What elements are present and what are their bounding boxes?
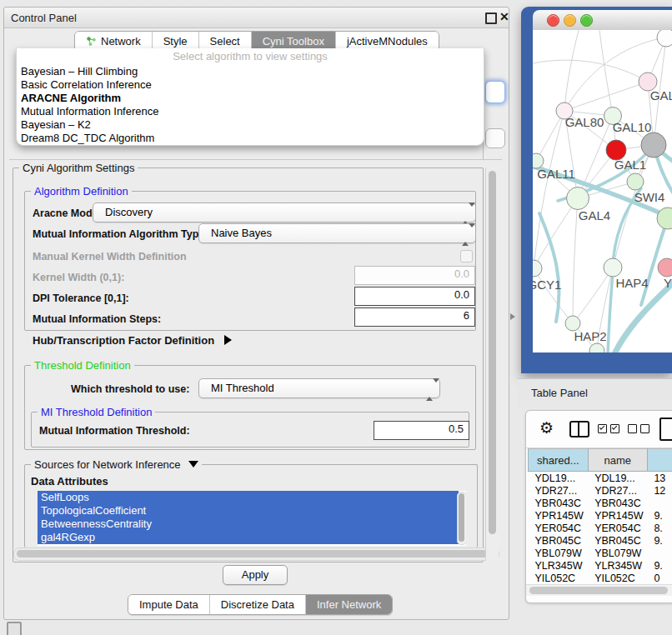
network-node-node-top[interactable]: [657, 30, 672, 47]
network-edge[interactable]: [539, 213, 559, 322]
network-node-HAP4[interactable]: [604, 258, 622, 277]
data-attributes-list[interactable]: SelfLoopsTopologicalCoefficientBetweenne…: [38, 491, 466, 546]
network-window-titlebar[interactable]: [533, 10, 672, 31]
table-cell[interactable]: YER054C: [529, 522, 589, 534]
column-header-name[interactable]: name: [588, 449, 647, 472]
tab-infer-network[interactable]: Infer Network: [306, 595, 392, 614]
table-row[interactable]: YER054CYER054C8.: [529, 522, 672, 534]
mi-steps-field[interactable]: 6: [354, 308, 475, 327]
algorithm-option[interactable]: ARACNE Algorithm: [17, 92, 484, 105]
sources-legend[interactable]: Sources for Network Inference: [31, 458, 202, 471]
data-attribute-item[interactable]: gal4RGexp: [38, 531, 459, 544]
column-header-shared-name[interactable]: shared...: [529, 449, 589, 472]
table-cell[interactable]: YDL19...: [529, 472, 589, 485]
table-cell[interactable]: YIL052C: [529, 572, 589, 584]
algorithm-option[interactable]: Bayesian – K2: [17, 118, 484, 132]
table-cell[interactable]: YLR345W: [529, 559, 589, 572]
network-edge[interactable]: [564, 82, 648, 111]
network-edge[interactable]: [612, 280, 672, 352]
algorithm-option[interactable]: Basic Correlation Inference: [17, 78, 484, 92]
kernel-width-field[interactable]: 0.0: [354, 266, 475, 285]
attribute-list-scrollbar[interactable]: [457, 492, 466, 545]
table-row[interactable]: YBR043CYBR043C: [529, 497, 672, 509]
table-cell[interactable]: YPR145W: [588, 509, 647, 522]
deselect-all-icon[interactable]: [628, 424, 649, 433]
apply-button[interactable]: Apply: [223, 565, 288, 585]
table-cell[interactable]: YDL19...: [588, 472, 647, 485]
scrollbar-thumb[interactable]: [459, 493, 464, 542]
network-canvas[interactable]: GAL7GAL80GAL10GAL11GAL1GAL4SWI4GCY1HAP4Y…: [533, 30, 672, 352]
network-edge[interactable]: [599, 30, 613, 116]
network-node-pink-node[interactable]: [658, 258, 672, 277]
splitpane-arrow-icon[interactable]: [510, 313, 515, 320]
table-cell[interactable]: 12: [647, 484, 672, 497]
network-edge[interactable]: [534, 268, 573, 323]
network-node-GCY1[interactable]: [533, 260, 542, 277]
float-panel-icon[interactable]: [485, 12, 497, 24]
network-node-gray-node[interactable]: [641, 132, 666, 158]
table-cell[interactable]: YDR27...: [588, 484, 647, 497]
algorithm-combo-fragment[interactable]: [485, 81, 505, 103]
minimized-panel-icon[interactable]: [7, 622, 22, 635]
tab-discretize-data[interactable]: Discretize Data: [210, 595, 306, 614]
table-cell[interactable]: YER054C: [588, 522, 647, 534]
table-cell[interactable]: 13: [647, 472, 672, 485]
data-attribute-item[interactable]: TopologicalCoefficient: [38, 504, 459, 518]
mi-type-select[interactable]: Naive Bayes: [198, 223, 476, 243]
algorithm-option[interactable]: Mutual Information Inference: [17, 105, 484, 118]
column-header-partial[interactable]: [647, 449, 672, 472]
which-threshold-select[interactable]: MI Threshold: [198, 378, 440, 398]
dpi-tolerance-field[interactable]: 0.0: [354, 287, 475, 306]
table-cell[interactable]: [647, 547, 672, 559]
table-row[interactable]: YPR145WYPR145W9.: [529, 509, 672, 522]
network-node-GAL4[interactable]: [567, 188, 589, 210]
expand-arrow-icon[interactable]: [224, 335, 232, 345]
table-cell[interactable]: YBR043C: [588, 497, 647, 509]
table-cell[interactable]: YBR045C: [529, 534, 589, 547]
scrollbar-thumb[interactable]: [17, 550, 489, 558]
table-cell[interactable]: YPR145W: [529, 509, 589, 522]
table-cell[interactable]: 0: [647, 572, 672, 584]
network-edge[interactable]: [534, 111, 564, 268]
table-row[interactable]: YDL19...YDL19...13: [529, 472, 672, 485]
table-cell[interactable]: YDR27...: [529, 484, 589, 497]
table-cell[interactable]: YBL079W: [529, 547, 589, 559]
close-traffic-light-icon[interactable]: [547, 14, 559, 27]
scrollbar-thumb[interactable]: [489, 171, 496, 534]
collapse-arrow-icon[interactable]: [188, 461, 198, 468]
scrollbar-thumb[interactable]: [529, 587, 668, 594]
table-cell[interactable]: YBR043C: [529, 497, 589, 509]
algorithm-option[interactable]: Dream8 DC_TDC Algorithm: [17, 132, 484, 145]
table-cell[interactable]: YBR045C: [588, 534, 647, 547]
select-all-icon[interactable]: [598, 424, 619, 433]
algorithm-option[interactable]: Bayesian – Hill Climbing: [17, 65, 484, 78]
table-row[interactable]: YLR345WYLR345W9.: [529, 559, 672, 572]
table-cell[interactable]: YBL079W: [588, 547, 647, 559]
aracne-mode-select[interactable]: Discovery: [93, 202, 476, 222]
table-cell[interactable]: 9.: [647, 559, 672, 572]
table-row[interactable]: YBR045CYBR045C9.: [529, 534, 672, 547]
table-cell[interactable]: YIL052C: [588, 572, 647, 584]
manual-kernel-checkbox[interactable]: [460, 250, 473, 262]
table-cell[interactable]: 8.: [647, 522, 672, 534]
settings-horizontal-scrollbar[interactable]: [13, 548, 499, 561]
table-cell[interactable]: YLR345W: [588, 559, 647, 572]
close-icon[interactable]: ✕: [499, 10, 509, 23]
table-row[interactable]: YDR27...YDR27...12: [529, 484, 672, 497]
network-node-GAL1[interactable]: [627, 173, 644, 190]
data-attribute-item[interactable]: BetweennessCentrality: [38, 518, 459, 531]
mi-threshold-field[interactable]: 0.5: [374, 421, 469, 440]
table-row[interactable]: YBL079WYBL079W: [529, 547, 672, 559]
table-cell[interactable]: 9.: [647, 534, 672, 547]
network-edge[interactable]: [533, 60, 648, 82]
table-cell[interactable]: 9.: [647, 509, 672, 522]
gear-icon[interactable]: ⚙: [539, 419, 554, 438]
table-cell[interactable]: [647, 497, 672, 509]
hub-section-toggle[interactable]: Hub/Transcription Factor Definition: [33, 334, 232, 347]
data-attribute-item[interactable]: SelfLoops: [38, 491, 459, 504]
settings-vertical-scrollbar[interactable]: [485, 168, 499, 561]
network-edge[interactable]: [573, 198, 578, 323]
minimize-traffic-light-icon[interactable]: [564, 14, 576, 27]
tab-impute-data[interactable]: Impute Data: [128, 595, 210, 614]
export-table-icon[interactable]: [659, 418, 672, 441]
